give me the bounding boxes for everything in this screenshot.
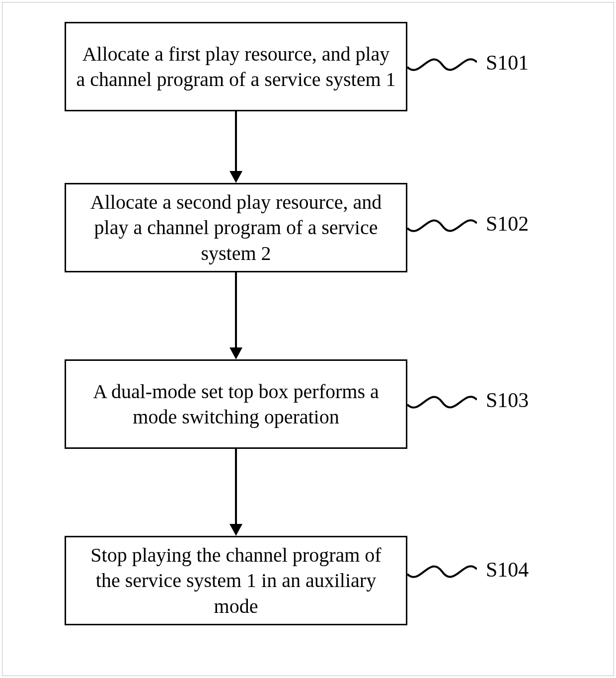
step-label-s103: S103 (486, 388, 529, 412)
arrow-s103-s104 (235, 449, 237, 524)
arrow-s102-s103 (235, 272, 237, 347)
arrow-head-icon (230, 171, 242, 183)
flow-diagram: Allocate a first play resource, and play… (0, 0, 616, 678)
arrow-s101-s102 (235, 111, 237, 171)
step-box-s101: Allocate a first play resource, and play… (65, 22, 407, 111)
step-box-s103: A dual-mode set top box performs a mode … (65, 359, 407, 449)
squiggle-connector (407, 387, 477, 417)
squiggle-connector (407, 211, 477, 241)
step-label-s101: S101 (486, 51, 529, 75)
step-box-s104: Stop playing the channel program of the … (65, 536, 407, 625)
squiggle-connector (407, 50, 477, 80)
step-label-s102: S102 (486, 212, 529, 236)
step-label-s104: S104 (486, 558, 529, 582)
arrow-head-icon (230, 524, 242, 536)
step-text-s101: Allocate a first play resource, and play… (76, 41, 396, 92)
step-text-s102: Allocate a second play resource, and pla… (76, 189, 396, 266)
arrow-head-icon (230, 347, 242, 359)
step-text-s103: A dual-mode set top box performs a mode … (76, 379, 396, 429)
squiggle-connector (407, 557, 477, 587)
step-box-s102: Allocate a second play resource, and pla… (65, 183, 407, 272)
step-text-s104: Stop playing the channel program of the … (76, 542, 396, 619)
